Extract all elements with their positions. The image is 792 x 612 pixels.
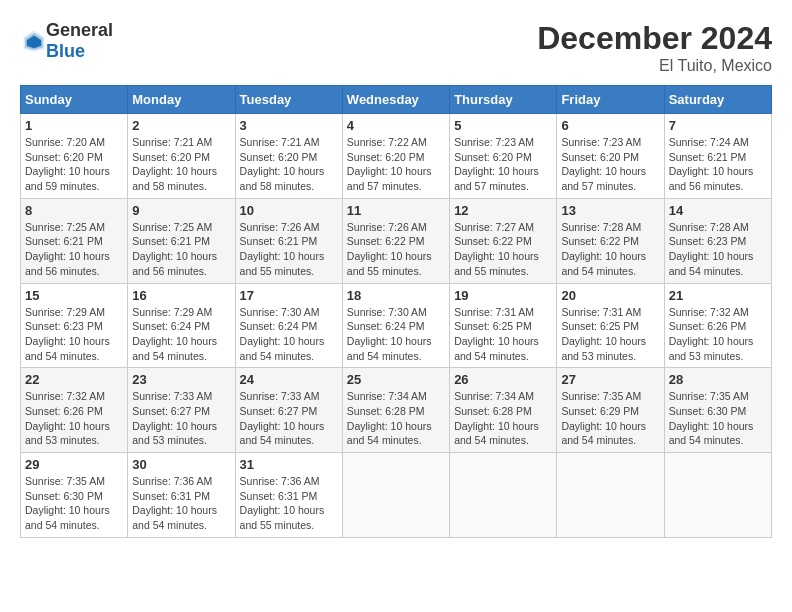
day-info: Sunrise: 7:34 AM Sunset: 6:28 PM Dayligh… [454, 389, 552, 448]
day-number: 7 [669, 118, 767, 133]
day-info: Sunrise: 7:23 AM Sunset: 6:20 PM Dayligh… [561, 135, 659, 194]
calendar-cell: 11Sunrise: 7:26 AM Sunset: 6:22 PM Dayli… [342, 198, 449, 283]
day-info: Sunrise: 7:29 AM Sunset: 6:24 PM Dayligh… [132, 305, 230, 364]
calendar-week-1: 1Sunrise: 7:20 AM Sunset: 6:20 PM Daylig… [21, 114, 772, 199]
day-info: Sunrise: 7:21 AM Sunset: 6:20 PM Dayligh… [240, 135, 338, 194]
day-number: 26 [454, 372, 552, 387]
day-number: 21 [669, 288, 767, 303]
logo-general-text: General [46, 20, 113, 40]
calendar-header-row: SundayMondayTuesdayWednesdayThursdayFrid… [21, 86, 772, 114]
calendar-cell: 24Sunrise: 7:33 AM Sunset: 6:27 PM Dayli… [235, 368, 342, 453]
calendar-cell: 29Sunrise: 7:35 AM Sunset: 6:30 PM Dayli… [21, 453, 128, 538]
calendar-cell: 5Sunrise: 7:23 AM Sunset: 6:20 PM Daylig… [450, 114, 557, 199]
calendar-cell: 16Sunrise: 7:29 AM Sunset: 6:24 PM Dayli… [128, 283, 235, 368]
day-info: Sunrise: 7:33 AM Sunset: 6:27 PM Dayligh… [240, 389, 338, 448]
calendar-cell: 1Sunrise: 7:20 AM Sunset: 6:20 PM Daylig… [21, 114, 128, 199]
day-info: Sunrise: 7:31 AM Sunset: 6:25 PM Dayligh… [454, 305, 552, 364]
calendar-cell [557, 453, 664, 538]
page-title: December 2024 [537, 20, 772, 57]
day-number: 5 [454, 118, 552, 133]
day-info: Sunrise: 7:26 AM Sunset: 6:21 PM Dayligh… [240, 220, 338, 279]
calendar-cell: 3Sunrise: 7:21 AM Sunset: 6:20 PM Daylig… [235, 114, 342, 199]
day-number: 24 [240, 372, 338, 387]
day-number: 12 [454, 203, 552, 218]
day-number: 1 [25, 118, 123, 133]
day-info: Sunrise: 7:29 AM Sunset: 6:23 PM Dayligh… [25, 305, 123, 364]
day-info: Sunrise: 7:25 AM Sunset: 6:21 PM Dayligh… [25, 220, 123, 279]
calendar-cell [342, 453, 449, 538]
day-info: Sunrise: 7:30 AM Sunset: 6:24 PM Dayligh… [240, 305, 338, 364]
calendar-cell: 18Sunrise: 7:30 AM Sunset: 6:24 PM Dayli… [342, 283, 449, 368]
day-info: Sunrise: 7:20 AM Sunset: 6:20 PM Dayligh… [25, 135, 123, 194]
calendar-week-2: 8Sunrise: 7:25 AM Sunset: 6:21 PM Daylig… [21, 198, 772, 283]
day-info: Sunrise: 7:22 AM Sunset: 6:20 PM Dayligh… [347, 135, 445, 194]
calendar-cell: 27Sunrise: 7:35 AM Sunset: 6:29 PM Dayli… [557, 368, 664, 453]
day-info: Sunrise: 7:33 AM Sunset: 6:27 PM Dayligh… [132, 389, 230, 448]
calendar-cell [450, 453, 557, 538]
day-number: 31 [240, 457, 338, 472]
day-info: Sunrise: 7:25 AM Sunset: 6:21 PM Dayligh… [132, 220, 230, 279]
calendar-cell: 4Sunrise: 7:22 AM Sunset: 6:20 PM Daylig… [342, 114, 449, 199]
calendar-cell: 6Sunrise: 7:23 AM Sunset: 6:20 PM Daylig… [557, 114, 664, 199]
day-number: 2 [132, 118, 230, 133]
day-number: 28 [669, 372, 767, 387]
calendar-cell: 9Sunrise: 7:25 AM Sunset: 6:21 PM Daylig… [128, 198, 235, 283]
calendar-cell: 21Sunrise: 7:32 AM Sunset: 6:26 PM Dayli… [664, 283, 771, 368]
calendar-week-3: 15Sunrise: 7:29 AM Sunset: 6:23 PM Dayli… [21, 283, 772, 368]
calendar-cell: 15Sunrise: 7:29 AM Sunset: 6:23 PM Dayli… [21, 283, 128, 368]
calendar-cell: 30Sunrise: 7:36 AM Sunset: 6:31 PM Dayli… [128, 453, 235, 538]
day-number: 6 [561, 118, 659, 133]
day-number: 16 [132, 288, 230, 303]
title-area: December 2024 El Tuito, Mexico [537, 20, 772, 75]
day-info: Sunrise: 7:27 AM Sunset: 6:22 PM Dayligh… [454, 220, 552, 279]
day-info: Sunrise: 7:36 AM Sunset: 6:31 PM Dayligh… [132, 474, 230, 533]
logo-blue-text: Blue [46, 41, 85, 61]
calendar-cell: 28Sunrise: 7:35 AM Sunset: 6:30 PM Dayli… [664, 368, 771, 453]
page-subtitle: El Tuito, Mexico [537, 57, 772, 75]
day-number: 3 [240, 118, 338, 133]
day-info: Sunrise: 7:28 AM Sunset: 6:22 PM Dayligh… [561, 220, 659, 279]
calendar-cell: 2Sunrise: 7:21 AM Sunset: 6:20 PM Daylig… [128, 114, 235, 199]
calendar-cell: 22Sunrise: 7:32 AM Sunset: 6:26 PM Dayli… [21, 368, 128, 453]
day-info: Sunrise: 7:28 AM Sunset: 6:23 PM Dayligh… [669, 220, 767, 279]
calendar-week-5: 29Sunrise: 7:35 AM Sunset: 6:30 PM Dayli… [21, 453, 772, 538]
day-number: 10 [240, 203, 338, 218]
day-info: Sunrise: 7:32 AM Sunset: 6:26 PM Dayligh… [25, 389, 123, 448]
calendar-cell: 31Sunrise: 7:36 AM Sunset: 6:31 PM Dayli… [235, 453, 342, 538]
day-number: 15 [25, 288, 123, 303]
calendar-column-saturday: Saturday [664, 86, 771, 114]
calendar-table: SundayMondayTuesdayWednesdayThursdayFrid… [20, 85, 772, 538]
day-info: Sunrise: 7:35 AM Sunset: 6:29 PM Dayligh… [561, 389, 659, 448]
day-number: 19 [454, 288, 552, 303]
calendar-cell: 20Sunrise: 7:31 AM Sunset: 6:25 PM Dayli… [557, 283, 664, 368]
day-number: 14 [669, 203, 767, 218]
calendar-cell: 8Sunrise: 7:25 AM Sunset: 6:21 PM Daylig… [21, 198, 128, 283]
day-number: 22 [25, 372, 123, 387]
day-number: 18 [347, 288, 445, 303]
day-number: 29 [25, 457, 123, 472]
calendar-cell: 10Sunrise: 7:26 AM Sunset: 6:21 PM Dayli… [235, 198, 342, 283]
day-info: Sunrise: 7:36 AM Sunset: 6:31 PM Dayligh… [240, 474, 338, 533]
calendar-week-4: 22Sunrise: 7:32 AM Sunset: 6:26 PM Dayli… [21, 368, 772, 453]
day-number: 9 [132, 203, 230, 218]
day-number: 11 [347, 203, 445, 218]
logo-icon [22, 29, 46, 53]
day-info: Sunrise: 7:32 AM Sunset: 6:26 PM Dayligh… [669, 305, 767, 364]
day-number: 4 [347, 118, 445, 133]
day-number: 17 [240, 288, 338, 303]
calendar-cell: 7Sunrise: 7:24 AM Sunset: 6:21 PM Daylig… [664, 114, 771, 199]
calendar-cell: 26Sunrise: 7:34 AM Sunset: 6:28 PM Dayli… [450, 368, 557, 453]
calendar-column-friday: Friday [557, 86, 664, 114]
day-number: 25 [347, 372, 445, 387]
day-number: 20 [561, 288, 659, 303]
calendar-cell: 17Sunrise: 7:30 AM Sunset: 6:24 PM Dayli… [235, 283, 342, 368]
day-info: Sunrise: 7:30 AM Sunset: 6:24 PM Dayligh… [347, 305, 445, 364]
calendar-cell [664, 453, 771, 538]
day-number: 23 [132, 372, 230, 387]
calendar-column-thursday: Thursday [450, 86, 557, 114]
day-number: 30 [132, 457, 230, 472]
day-number: 13 [561, 203, 659, 218]
calendar-column-tuesday: Tuesday [235, 86, 342, 114]
calendar-cell: 14Sunrise: 7:28 AM Sunset: 6:23 PM Dayli… [664, 198, 771, 283]
day-info: Sunrise: 7:34 AM Sunset: 6:28 PM Dayligh… [347, 389, 445, 448]
